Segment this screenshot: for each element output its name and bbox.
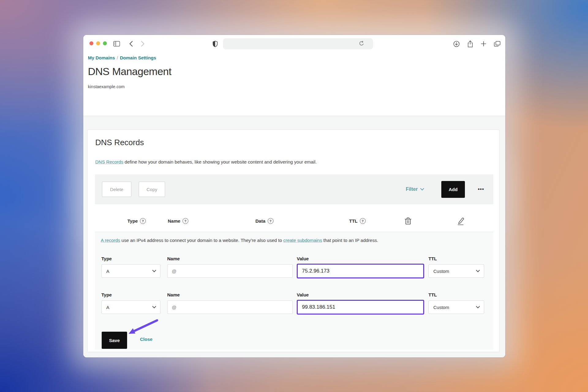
column-ttl: TTL ? [349,218,366,224]
breadcrumb-my-domains[interactable]: My Domains [88,55,115,60]
chevron-down-icon [152,268,156,272]
trash-icon[interactable] [405,217,412,226]
close-window-button[interactable] [89,41,93,45]
breadcrumb-separator: / [115,55,120,60]
close-link[interactable]: Close [140,337,153,342]
domain-name: kinstaexample.com [88,84,505,89]
value-input[interactable] [297,300,424,315]
annotation-arrow-icon [126,318,162,339]
value-label: Value [297,292,309,297]
forward-icon[interactable] [141,35,145,53]
browser-window: My Domains/Domain Settings DNS Managemen… [83,35,505,357]
dns-records-card: DNS Records DNS Records define how your … [87,130,499,352]
help-icon[interactable]: ? [183,218,188,224]
help-icon[interactable]: ? [268,218,273,224]
page-content: DNS Records DNS Records define how your … [83,116,505,357]
new-tab-icon[interactable] [481,41,486,47]
dns-records-link[interactable]: DNS Records [95,159,123,164]
ttl-label: TTL [428,256,437,261]
ttl-select[interactable]: Custom [428,264,484,278]
type-label: Type [101,292,112,297]
help-icon[interactable]: ? [140,218,146,224]
create-subdomains-link[interactable]: create subdomains [283,238,322,243]
minimize-window-button[interactable] [96,41,100,45]
traffic-lights [89,41,107,45]
column-type: Type ? [127,218,146,224]
more-options-button[interactable]: ••• [478,174,484,204]
name-label: Name [167,256,180,261]
records-table-header: Type ? Name ? Data ? TTL ? [88,213,499,232]
type-label: Type [101,256,112,261]
chevron-down-icon [420,187,424,190]
save-button[interactable]: Save [102,332,127,349]
a-records-link[interactable]: A records [101,238,120,243]
page-header: My Domains/Domain Settings DNS Managemen… [83,53,505,89]
tab-overview-icon[interactable] [494,41,500,47]
card-description: DNS Records define how your domain behav… [95,159,317,164]
copy-button[interactable]: Copy [139,182,165,197]
sidebar-toggle-icon[interactable] [113,35,120,53]
reload-icon[interactable] [359,41,364,46]
address-bar[interactable] [223,38,373,49]
page-title: DNS Management [88,66,505,77]
name-label: Name [167,292,180,297]
card-heading: DNS Records [95,138,144,147]
column-data: Data ? [255,218,273,224]
chevron-down-icon [152,304,156,308]
breadcrumb: My Domains/Domain Settings [88,55,505,60]
a-records-info: A records use an IPv4 address to connect… [101,238,378,243]
downloads-icon[interactable] [453,41,460,47]
privacy-shield-icon[interactable] [213,35,218,53]
name-input[interactable] [167,300,293,314]
value-input[interactable] [297,264,424,278]
card-description-text: define how your domain behaves, like sho… [123,159,317,164]
zoom-window-button[interactable] [103,41,107,45]
ttl-select[interactable]: Custom [428,300,484,314]
ttl-label: TTL [428,292,437,297]
value-label: Value [297,256,309,261]
filter-dropdown[interactable]: Filter [406,174,424,204]
chevron-down-icon [476,268,480,272]
chevron-down-icon [476,304,480,308]
browser-toolbar [83,35,505,53]
records-toolbar: Delete Copy Filter Add ••• [95,174,493,204]
add-button[interactable]: Add [441,181,465,198]
name-input[interactable] [167,264,293,278]
share-icon[interactable] [467,40,473,47]
a-records-section: A records use an IPv4 address to connect… [95,232,493,350]
help-icon[interactable]: ? [360,218,366,224]
column-name: Name ? [168,218,188,224]
breadcrumb-domain-settings[interactable]: Domain Settings [120,55,156,60]
record-row: Type Name Value TTL A Custom [95,292,493,315]
type-select[interactable]: A [101,264,160,278]
back-icon[interactable] [129,35,133,53]
edit-pencil-icon[interactable] [457,217,465,227]
delete-button[interactable]: Delete [102,182,131,197]
type-select[interactable]: A [101,300,160,314]
filter-label: Filter [406,187,418,192]
record-row: Type Name Value TTL A Custom [95,256,493,279]
